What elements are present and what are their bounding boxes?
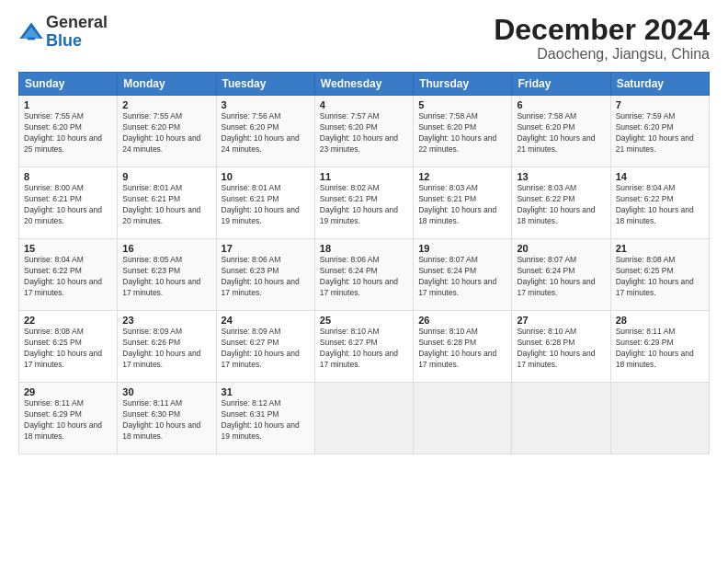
day-number: 16 <box>122 243 210 254</box>
day-info: Sunrise: 7:55 AM Sunset: 6:20 PM Dayligh… <box>24 111 112 155</box>
day-info: Sunrise: 8:06 AM Sunset: 6:23 PM Dayligh… <box>222 255 310 299</box>
day-cell: 29 Sunrise: 8:11 AM Sunset: 6:29 PM Dayl… <box>19 383 118 454</box>
day-info: Sunrise: 8:10 AM Sunset: 6:28 PM Dayligh… <box>418 327 506 371</box>
day-cell: 20 Sunrise: 8:07 AM Sunset: 6:24 PM Dayl… <box>512 239 610 311</box>
logo-general: General <box>46 13 108 31</box>
day-cell: 21 Sunrise: 8:08 AM Sunset: 6:25 PM Dayl… <box>610 239 709 311</box>
column-header-wednesday: Wednesday <box>314 73 413 96</box>
day-cell: 6 Sunrise: 7:58 AM Sunset: 6:20 PM Dayli… <box>512 96 610 167</box>
day-info: Sunrise: 8:10 AM Sunset: 6:28 PM Dayligh… <box>517 327 605 371</box>
day-info: Sunrise: 8:01 AM Sunset: 6:21 PM Dayligh… <box>222 183 310 227</box>
day-cell: 31 Sunrise: 8:12 AM Sunset: 6:31 PM Dayl… <box>216 383 314 454</box>
day-info: Sunrise: 8:11 AM Sunset: 6:30 PM Dayligh… <box>122 398 210 442</box>
week-row-5: 29 Sunrise: 8:11 AM Sunset: 6:29 PM Dayl… <box>19 383 710 454</box>
week-row-1: 1 Sunrise: 7:55 AM Sunset: 6:20 PM Dayli… <box>19 96 710 167</box>
column-header-saturday: Saturday <box>610 73 709 96</box>
day-info: Sunrise: 7:58 AM Sunset: 6:20 PM Dayligh… <box>517 111 605 155</box>
week-row-4: 22 Sunrise: 8:08 AM Sunset: 6:25 PM Dayl… <box>19 311 710 383</box>
day-cell: 30 Sunrise: 8:11 AM Sunset: 6:30 PM Dayl… <box>118 383 216 454</box>
day-cell: 26 Sunrise: 8:10 AM Sunset: 6:28 PM Dayl… <box>414 311 512 383</box>
day-info: Sunrise: 8:08 AM Sunset: 6:25 PM Dayligh… <box>616 255 704 299</box>
day-info: Sunrise: 8:02 AM Sunset: 6:21 PM Dayligh… <box>320 183 408 227</box>
day-info: Sunrise: 8:06 AM Sunset: 6:24 PM Dayligh… <box>320 255 408 299</box>
day-info: Sunrise: 7:55 AM Sunset: 6:20 PM Dayligh… <box>122 111 210 155</box>
day-cell: 18 Sunrise: 8:06 AM Sunset: 6:24 PM Dayl… <box>314 239 413 311</box>
day-number: 29 <box>24 386 112 397</box>
column-header-thursday: Thursday <box>414 73 512 96</box>
day-number: 4 <box>320 99 408 110</box>
day-cell: 13 Sunrise: 8:03 AM Sunset: 6:22 PM Dayl… <box>512 167 610 239</box>
day-number: 19 <box>418 243 506 254</box>
column-header-tuesday: Tuesday <box>216 73 314 96</box>
logo-blue: Blue <box>46 31 82 50</box>
day-number: 26 <box>418 315 506 326</box>
day-cell: 5 Sunrise: 7:58 AM Sunset: 6:20 PM Dayli… <box>414 96 512 167</box>
day-info: Sunrise: 8:01 AM Sunset: 6:21 PM Dayligh… <box>122 183 210 227</box>
day-info: Sunrise: 8:09 AM Sunset: 6:27 PM Dayligh… <box>222 327 310 371</box>
day-number: 1 <box>24 99 112 110</box>
day-number: 24 <box>222 315 310 326</box>
svg-rect-2 <box>28 37 35 40</box>
day-number: 25 <box>320 315 408 326</box>
day-info: Sunrise: 8:05 AM Sunset: 6:23 PM Dayligh… <box>122 255 210 299</box>
calendar-header-row: SundayMondayTuesdayWednesdayThursdayFrid… <box>19 73 710 96</box>
day-number: 18 <box>320 243 408 254</box>
day-cell: 2 Sunrise: 7:55 AM Sunset: 6:20 PM Dayli… <box>118 96 216 167</box>
logo: General Blue <box>18 14 108 51</box>
day-number: 30 <box>122 386 210 397</box>
day-cell: 10 Sunrise: 8:01 AM Sunset: 6:21 PM Dayl… <box>216 167 314 239</box>
day-info: Sunrise: 7:58 AM Sunset: 6:20 PM Dayligh… <box>418 111 506 155</box>
logo-text: General Blue <box>46 14 108 51</box>
day-info: Sunrise: 8:09 AM Sunset: 6:26 PM Dayligh… <box>122 327 210 371</box>
day-cell: 22 Sunrise: 8:08 AM Sunset: 6:25 PM Dayl… <box>19 311 118 383</box>
day-number: 22 <box>24 315 112 326</box>
day-cell: 17 Sunrise: 8:06 AM Sunset: 6:23 PM Dayl… <box>216 239 314 311</box>
calendar-body: 1 Sunrise: 7:55 AM Sunset: 6:20 PM Dayli… <box>19 96 710 454</box>
month-title: December 2024 <box>494 14 710 46</box>
day-cell: 7 Sunrise: 7:59 AM Sunset: 6:20 PM Dayli… <box>610 96 709 167</box>
day-number: 27 <box>517 315 605 326</box>
day-cell: 24 Sunrise: 8:09 AM Sunset: 6:27 PM Dayl… <box>216 311 314 383</box>
day-number: 14 <box>616 171 704 182</box>
day-number: 17 <box>222 243 310 254</box>
day-info: Sunrise: 8:11 AM Sunset: 6:29 PM Dayligh… <box>616 327 704 371</box>
day-info: Sunrise: 7:56 AM Sunset: 6:20 PM Dayligh… <box>222 111 310 155</box>
day-number: 28 <box>616 315 704 326</box>
day-info: Sunrise: 7:59 AM Sunset: 6:20 PM Dayligh… <box>616 111 704 155</box>
day-number: 21 <box>616 243 704 254</box>
day-info: Sunrise: 8:07 AM Sunset: 6:24 PM Dayligh… <box>517 255 605 299</box>
day-cell: 28 Sunrise: 8:11 AM Sunset: 6:29 PM Dayl… <box>610 311 709 383</box>
calendar: SundayMondayTuesdayWednesdayThursdayFrid… <box>18 72 710 454</box>
day-cell: 3 Sunrise: 7:56 AM Sunset: 6:20 PM Dayli… <box>216 96 314 167</box>
day-number: 12 <box>418 171 506 182</box>
header: General Blue December 2024 Daocheng, Jia… <box>18 14 710 63</box>
day-info: Sunrise: 8:08 AM Sunset: 6:25 PM Dayligh… <box>24 327 112 371</box>
column-header-friday: Friday <box>512 73 610 96</box>
week-row-2: 8 Sunrise: 8:00 AM Sunset: 6:21 PM Dayli… <box>19 167 710 239</box>
day-cell <box>512 383 610 454</box>
day-cell: 25 Sunrise: 8:10 AM Sunset: 6:27 PM Dayl… <box>314 311 413 383</box>
day-number: 3 <box>222 99 310 110</box>
day-cell: 14 Sunrise: 8:04 AM Sunset: 6:22 PM Dayl… <box>610 167 709 239</box>
day-cell: 1 Sunrise: 7:55 AM Sunset: 6:20 PM Dayli… <box>19 96 118 167</box>
column-header-sunday: Sunday <box>19 73 118 96</box>
day-cell <box>610 383 709 454</box>
day-number: 9 <box>122 171 210 182</box>
day-info: Sunrise: 8:03 AM Sunset: 6:21 PM Dayligh… <box>418 183 506 227</box>
day-number: 6 <box>517 99 605 110</box>
day-cell <box>414 383 512 454</box>
day-number: 7 <box>616 99 704 110</box>
day-info: Sunrise: 8:04 AM Sunset: 6:22 PM Dayligh… <box>24 255 112 299</box>
day-cell: 4 Sunrise: 7:57 AM Sunset: 6:20 PM Dayli… <box>314 96 413 167</box>
day-cell <box>314 383 413 454</box>
logo-icon <box>18 19 44 45</box>
day-number: 15 <box>24 243 112 254</box>
day-info: Sunrise: 8:10 AM Sunset: 6:27 PM Dayligh… <box>320 327 408 371</box>
day-number: 20 <box>517 243 605 254</box>
week-row-3: 15 Sunrise: 8:04 AM Sunset: 6:22 PM Dayl… <box>19 239 710 311</box>
day-cell: 11 Sunrise: 8:02 AM Sunset: 6:21 PM Dayl… <box>314 167 413 239</box>
day-number: 31 <box>222 386 310 397</box>
day-info: Sunrise: 8:11 AM Sunset: 6:29 PM Dayligh… <box>24 398 112 442</box>
day-info: Sunrise: 8:03 AM Sunset: 6:22 PM Dayligh… <box>517 183 605 227</box>
day-cell: 23 Sunrise: 8:09 AM Sunset: 6:26 PM Dayl… <box>118 311 216 383</box>
